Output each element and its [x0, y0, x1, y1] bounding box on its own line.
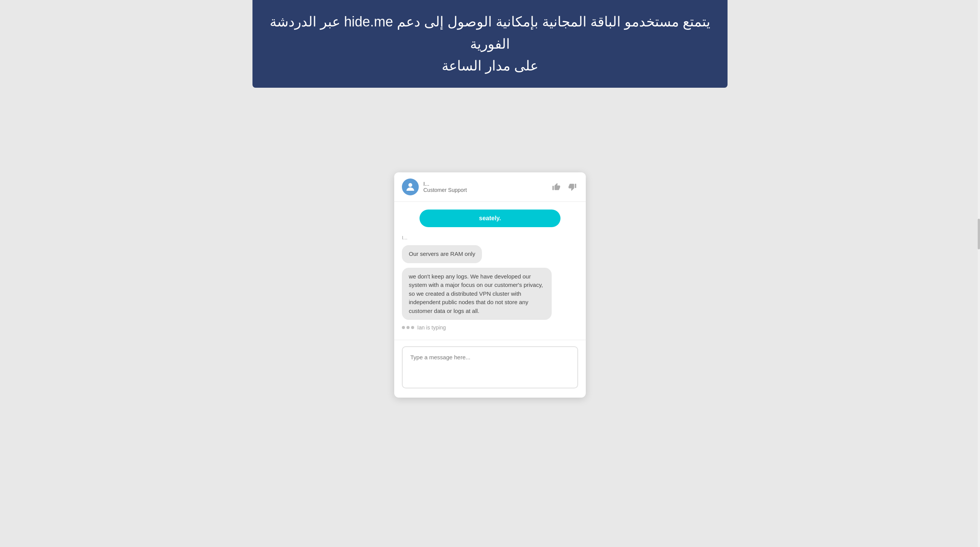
message-bubble-1: Our servers are RAM only [402, 245, 482, 263]
thumbs-down-button[interactable] [567, 181, 578, 193]
top-banner: يتمتع مستخدمو الباقة المجانية بإمكانية ا… [252, 0, 728, 88]
agent-role: Customer Support [423, 187, 551, 193]
user-name-short: I... [402, 235, 577, 241]
typing-dot-3 [411, 326, 414, 329]
message-bubble-2: we don't keep any logs. We have develope… [402, 268, 552, 320]
cta-button[interactable]: seately. [420, 210, 560, 227]
header-actions [551, 181, 578, 193]
chat-body: seately. I... Our servers are RAM only w… [394, 202, 586, 340]
thumbs-up-button[interactable] [551, 181, 562, 193]
typing-indicator: Ian is typing [402, 324, 578, 331]
typing-dot-2 [406, 326, 410, 329]
message-input[interactable] [402, 346, 578, 388]
agent-info: I... Customer Support [423, 181, 551, 193]
chat-widget: I... Customer Support seately. I... Our … [394, 172, 586, 398]
chat-header: I... Customer Support [394, 172, 586, 202]
typing-dot-1 [402, 326, 405, 329]
banner-text-line2: على مدار الساعة [268, 55, 712, 77]
typing-text: Ian is typing [417, 324, 446, 331]
message-input-area [394, 340, 586, 398]
agent-name: I... [423, 181, 551, 187]
avatar [402, 179, 419, 195]
svg-point-0 [408, 183, 412, 187]
banner-text-line1: يتمتع مستخدمو الباقة المجانية بإمكانية ا… [268, 11, 712, 55]
